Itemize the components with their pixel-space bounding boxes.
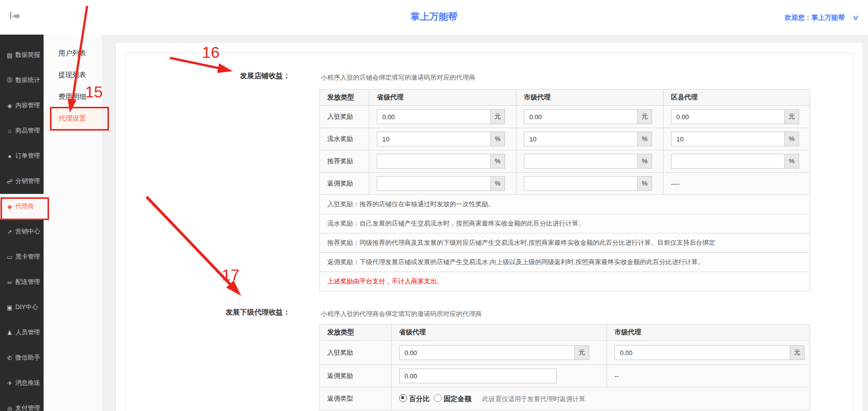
unit-percent-addon: %: [490, 176, 505, 191]
sidebar-item-distribution-mgmt[interactable]: ☍ 分销管理: [0, 169, 44, 194]
circle-icon: ●: [5, 153, 14, 160]
submenu-item-label: 提现列表: [58, 71, 86, 79]
sidebar-item-label: 微信助手: [15, 354, 40, 362]
reward-note: 推荐奖励：同级推荐的代理商及其发展的下级对应店铺产生交易流水时,按照商家最终实收…: [320, 233, 810, 253]
row-label: 入驻奖励: [320, 106, 369, 128]
sidebar-item-label: 内容管理: [15, 101, 40, 110]
rebate-type-percent-radio[interactable]: [399, 394, 407, 402]
sidebar-item-data-report[interactable]: ▤ 数据简报: [0, 43, 44, 68]
share-icon: ☍: [5, 178, 14, 185]
row-label: 返佣类型: [320, 387, 392, 411]
sidebar-item-blackcard-mgmt[interactable]: ▭ 黑卡管理: [0, 244, 44, 270]
gem-icon: ◆: [5, 203, 14, 210]
submenu-item-user-list[interactable]: 用户列表: [44, 42, 102, 64]
agent-join-reward-province-input[interactable]: [399, 345, 575, 360]
sidebar-item-data-stats[interactable]: ⓪ 数据统计: [0, 68, 44, 93]
unit-yuan-addon: 元: [790, 345, 805, 360]
sidebar-item-delivery-mgmt[interactable]: ∞ 配送管理: [0, 270, 44, 295]
coin-icon: ◎: [5, 405, 14, 411]
sub-agent-earnings-label: 发展下级代理收益：: [226, 308, 291, 317]
store-earnings-desc: 小程序入驻的店铺会绑定填写的邀请码所对应的代理商: [321, 73, 475, 82]
chevron-down-icon: ∨: [852, 13, 859, 21]
join-reward-city-input[interactable]: [524, 109, 638, 124]
submenu-item-label: 用户列表: [58, 49, 86, 57]
reward-note: 流水奖励：自己发展的店铺产生交易流水时，按照商家最终实收金额的此百分比进行计算。: [320, 214, 810, 233]
welcome-text: 欢迎您：掌上万能帮: [784, 14, 845, 21]
unit-yuan-addon: 元: [637, 109, 652, 124]
column-header: 市级代理: [516, 90, 664, 106]
sidebar-item-goods-mgmt[interactable]: ⌂ 商品管理: [0, 118, 44, 143]
card-icon: ▭: [5, 254, 14, 261]
sidebar-item-content-mgmt[interactable]: ◈ 内容管理: [0, 93, 44, 118]
page-title: 掌上万能帮: [0, 10, 868, 23]
sidebar-item-order-mgmt[interactable]: ● 订单管理: [0, 143, 44, 169]
user-menu[interactable]: 欢迎您：掌上万能帮 ∨: [784, 13, 858, 22]
sidebar-item-wechat-assistant[interactable]: ✆ 微信助手: [0, 345, 44, 370]
top-bar: ◀◀ 掌上万能帮 欢迎您：掌上万能帮 ∨: [0, 0, 868, 35]
recommend-reward-province-input[interactable]: [377, 154, 491, 169]
unit-percent-addon: %: [490, 154, 505, 169]
sidebar-item-label: 数据简报: [15, 51, 40, 59]
column-header: 发放类型: [320, 324, 392, 341]
agent-join-reward-city-input[interactable]: [614, 345, 790, 360]
rebate-type-note: 此设置仅适用于发展代理时返佣计算: [482, 395, 585, 403]
rebate-type-fixed-radio[interactable]: [434, 394, 442, 402]
column-header: 省级代理: [369, 90, 516, 106]
row-label: 推荐奖励: [320, 150, 369, 173]
sub-agent-earnings-table: 发放类型 省级代理 市级代理 入驻奖励 元 元 返佣奖励 -- 返佣类型 百分比…: [319, 324, 810, 411]
sidebar-item-label: 配送管理: [15, 278, 40, 286]
column-header: 发放类型: [320, 90, 369, 106]
not-applicable-cell: --: [607, 365, 810, 387]
row-label: 流水奖励: [320, 128, 369, 150]
sidebar-item-label: 数据统计: [15, 76, 40, 85]
submenu-item-label: 代理设置: [58, 114, 86, 122]
column-header: 市级代理: [607, 324, 810, 341]
sidebar-item-label: 消息推送: [15, 379, 40, 387]
sidebar-item-message-push[interactable]: ✈ 消息推送: [0, 370, 44, 396]
bar-chart-icon: ▤: [5, 52, 14, 59]
not-applicable-cell: ----: [664, 173, 810, 195]
agent-rebate-reward-input[interactable]: [399, 368, 557, 383]
recommend-reward-city-input[interactable]: [524, 154, 638, 169]
submenu-item-label: 费用明细: [58, 92, 86, 100]
wechat-icon: ✆: [5, 355, 14, 362]
unit-percent-addon: %: [784, 132, 799, 146]
rebate-reward-city-input[interactable]: [524, 176, 638, 191]
sidebar-item-label: DIY中心: [15, 303, 38, 312]
flow-reward-province-input[interactable]: [377, 132, 491, 146]
submenu-item-withdraw-list[interactable]: 提现列表: [44, 64, 102, 86]
radio-label-fixed: 固定金额: [444, 395, 471, 403]
scooter-icon: ∞: [5, 279, 14, 286]
rebate-reward-province-input[interactable]: [377, 176, 491, 191]
join-reward-province-input[interactable]: [377, 109, 491, 124]
store-earnings-table: 发放类型 省级代理 市级代理 区县代理 入驻奖励 元 元 元 流水奖励 % % …: [319, 89, 810, 291]
sidebar-item-label: 分销管理: [15, 177, 40, 185]
flow-reward-district-input[interactable]: [671, 132, 785, 146]
sidebar-item-diy-center[interactable]: ▣ DIY中心: [0, 295, 44, 320]
sidebar-item-staff-mgmt[interactable]: ♟ 人员管理: [0, 320, 44, 345]
sidebar-item-label: 订单管理: [15, 152, 40, 160]
unit-percent-addon: %: [490, 132, 505, 146]
column-header: 区县代理: [664, 90, 810, 106]
unit-yuan-addon: 元: [574, 345, 589, 360]
users-icon: ♟: [5, 329, 14, 336]
sidebar-item-label: 代理商: [15, 202, 34, 211]
monitor-icon: ▣: [5, 304, 14, 311]
platform-pay-warning: 上述奖励由平台支付，不计入商家支出。: [320, 272, 810, 291]
bag-icon: ⌂: [5, 128, 14, 135]
submenu-item-agent-setting[interactable]: 代理设置: [44, 107, 102, 129]
row-label: 入驻奖励: [320, 341, 392, 365]
sidebar-item-payment-mgmt[interactable]: ◎ 支付管理: [0, 396, 44, 411]
sub-agent-earnings-desc: 小程序入驻的代理商会绑定填写的邀请码所对应的代理商: [321, 310, 482, 319]
row-label: 返佣奖励: [320, 173, 369, 195]
join-reward-district-input[interactable]: [671, 109, 785, 124]
paper-plane-icon: ✈: [5, 380, 14, 387]
sidebar-item-agent[interactable]: ◆ 代理商: [0, 194, 44, 219]
flow-reward-city-input[interactable]: [524, 132, 638, 146]
sidebar-item-label: 支付管理: [15, 404, 40, 411]
recommend-reward-district-input[interactable]: [671, 154, 785, 169]
unit-yuan-addon: 元: [490, 109, 505, 124]
unit-percent-addon: %: [637, 132, 652, 146]
unit-percent-addon: %: [784, 154, 799, 169]
sidebar-item-marketing-center[interactable]: ↗ 营销中心: [0, 219, 44, 244]
